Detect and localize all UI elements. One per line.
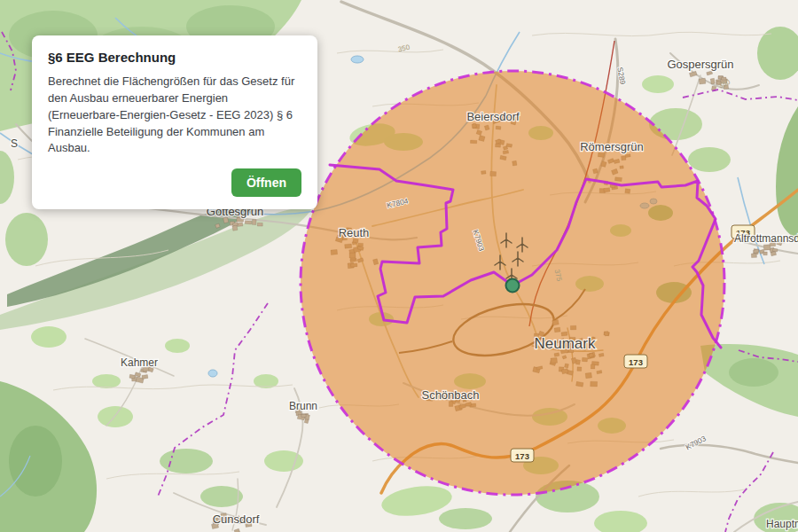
eeg-card: §6 EEG Berechnung Berechnet die Flächeng…: [32, 35, 317, 209]
map-pin-icon: [506, 279, 520, 293]
building: [252, 219, 256, 224]
place-label: Beiersdorf: [466, 110, 520, 123]
building: [699, 78, 706, 84]
place-label: Altrottmannsdorf: [734, 232, 798, 245]
place-label: S: [11, 137, 18, 150]
building: [232, 225, 238, 231]
place-label: Hauptmannsgrün: [766, 518, 798, 530]
place-label: Gospersgrün: [667, 58, 733, 71]
building: [772, 248, 778, 252]
place-label: Cunsdorf: [213, 512, 260, 526]
place-label: Brunn: [289, 400, 317, 412]
building: [751, 254, 756, 258]
place-label: Neumark: [535, 335, 596, 352]
building: [237, 217, 244, 222]
svg-text:173: 173: [629, 357, 643, 367]
place-label: Römersgrün: [580, 140, 644, 153]
place-label: Reuth: [339, 226, 370, 239]
place-label: Kahmer: [121, 356, 158, 369]
road-ref-shield: 173: [511, 449, 534, 462]
svg-text:173: 173: [515, 451, 529, 461]
eeg-card-title: §6 EEG Berechnung: [48, 50, 301, 65]
open-button[interactable]: Öffnen: [231, 168, 301, 197]
building: [257, 223, 262, 226]
map-viewport[interactable]: K509K7804K7903K7903S289 173173173 350350…: [0, 0, 798, 532]
building: [301, 414, 306, 417]
place-label: Schönbach: [421, 388, 479, 402]
building: [142, 375, 148, 379]
road-ref-shield: 173: [624, 355, 647, 368]
building: [710, 78, 715, 84]
eeg-card-description: Berechnet die Flächengrößen für das Gese…: [48, 74, 301, 157]
building: [245, 221, 252, 224]
building: [763, 245, 771, 250]
building: [129, 374, 135, 379]
building: [763, 252, 768, 255]
center-marker[interactable]: [506, 279, 520, 293]
